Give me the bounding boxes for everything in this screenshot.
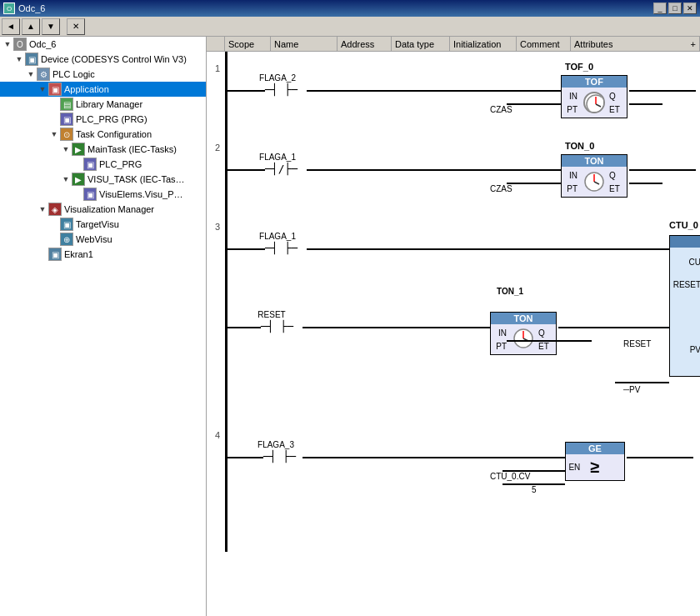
- tree-item-libmgr[interactable]: ▤Library Manager: [0, 97, 206, 112]
- wire-3d: [302, 327, 490, 328]
- ge-out-pin: [608, 454, 624, 480]
- wire-czas-2: [507, 183, 561, 184]
- tree-expander-taskconf[interactable]: ▼: [48, 130, 60, 138]
- left-panel: ▼OOdc_6▼▣Device (CODESYS Control Win V3)…: [0, 37, 207, 616]
- ge-sym: ≥: [582, 454, 607, 480]
- wire-2a: [228, 169, 265, 171]
- tree-icon-plcprg2: ▣: [83, 158, 97, 171]
- tree-label-targetvisu: TargetVisu: [76, 219, 119, 229]
- wire-2c: [629, 169, 696, 171]
- ton0-in-pin: IN: [564, 168, 579, 182]
- window-title: Odc_6: [18, 3, 45, 13]
- rung-4: 4 FLAGA_3 ─┤ ├─ CTU_0.CV 5: [207, 427, 700, 527]
- wire-4a: [228, 457, 263, 458]
- contact-4-no: ─┤ ├─: [263, 450, 296, 463]
- ladder-area[interactable]: 1 TOF_0 FLAGA_2 ─┤ ├─ CZAS: [207, 52, 700, 616]
- reset-label-r3: RESET: [255, 310, 288, 319]
- wire-3e: [558, 327, 673, 328]
- col-attributes: Attributes +: [571, 37, 700, 51]
- tree-item-webvisu[interactable]: ⊕WebVisu: [0, 232, 206, 247]
- tree-label-plcprg2: PLC_PRG: [99, 159, 142, 169]
- tof-clock-icon: [583, 92, 605, 113]
- tree-icon-device: ▣: [25, 53, 38, 66]
- flaga2-label: FLAGA_2: [257, 73, 298, 83]
- tree-item-maintask[interactable]: ▼▶MainTask (IEC-Tasks): [0, 142, 206, 157]
- minimize-button[interactable]: _: [653, 3, 667, 14]
- window-controls[interactable]: _ □ ✕: [653, 3, 697, 14]
- tree-item-odc6[interactable]: ▼OOdc_6: [0, 37, 206, 52]
- tof-pt-pin: PT: [564, 103, 579, 116]
- col-resize-icon[interactable]: +: [691, 39, 696, 49]
- wire-2b: [307, 169, 561, 171]
- tof-q-pin: Q: [609, 89, 624, 103]
- tree-label-device: Device (CODESYS Control Win V3): [41, 54, 187, 64]
- tree-label-odc6: Odc_6: [29, 39, 56, 49]
- close-item-button[interactable]: ✕: [67, 18, 85, 35]
- col-name: Name: [271, 37, 338, 51]
- down-button[interactable]: ▼: [42, 18, 60, 35]
- tree-label-maintask: MainTask (IEC-Tasks): [88, 144, 177, 154]
- ge-title: GE: [566, 443, 624, 454]
- tree-icon-ekran1: ▣: [48, 248, 62, 261]
- tree-icon-visuelems: ▣: [83, 188, 97, 201]
- tree-expander-odc6[interactable]: ▼: [2, 40, 13, 48]
- ton0-pt-pin: PT: [564, 182, 579, 195]
- ctu-title: CTU: [670, 236, 700, 248]
- tree-icon-maintask: ▶: [72, 143, 85, 156]
- czas-label-1: CZAS: [490, 105, 512, 114]
- wire-3b: [307, 248, 673, 250]
- tree-expander-visutask[interactable]: ▼: [60, 175, 72, 183]
- ton-block-r2: TON IN PT: [561, 154, 628, 198]
- tree-label-taskconf: Task Configuration: [76, 129, 152, 139]
- right-panel: Scope Name Address Data type Initializat…: [207, 37, 700, 616]
- maximize-button[interactable]: □: [668, 3, 682, 14]
- ton1-title: TON: [491, 313, 556, 324]
- tree-expander-maintask[interactable]: ▼: [60, 145, 72, 153]
- ge-en-pin: EN: [566, 454, 582, 480]
- tree-expander-plclogic[interactable]: ▼: [25, 70, 37, 78]
- ton1-in-pin: IN: [493, 326, 508, 339]
- reset-ctu-label: RESET: [623, 339, 651, 348]
- wire-3c: [228, 327, 261, 328]
- tree-label-ekran1: Ekran1: [64, 249, 93, 259]
- tree-item-plclogic[interactable]: ▼⚙PLC Logic: [0, 67, 206, 82]
- tree-expander-application[interactable]: ▼: [37, 85, 48, 93]
- tree-expander-device[interactable]: ▼: [13, 55, 25, 63]
- contact-2-nc: ─┤/├─: [265, 163, 298, 175]
- const-5-label: 5: [532, 485, 537, 494]
- tree-expander-vismgr[interactable]: ▼: [37, 205, 48, 213]
- contact-reset-no: ─┤ ├─: [261, 320, 293, 333]
- wire-ctu-cv-to-ge: [502, 470, 565, 472]
- tree-icon-libmgr: ▤: [60, 98, 73, 111]
- tree-item-plcprg2[interactable]: ▣PLC_PRG: [0, 157, 206, 172]
- tree-item-visuelems[interactable]: ▣VisuElems.Visu_P…: [0, 187, 206, 202]
- tree-label-plcprg: PLC_PRG (PRG): [76, 114, 148, 124]
- tree-item-targetvisu[interactable]: ▣TargetVisu: [0, 217, 206, 232]
- tree-item-vismgr[interactable]: ▼◈Visualization Manager: [0, 202, 206, 217]
- rung-2: 2 TON_0 FLAGA_1 ─┤/├─ CZAS: [207, 139, 700, 214]
- wire-2d: [629, 183, 662, 184]
- tree-item-taskconf[interactable]: ▼⊙Task Configuration: [0, 127, 206, 142]
- tof-block: TOF IN PT: [561, 75, 628, 118]
- tree-label-visutask: VISU_TASK (IEC-Tas…: [88, 174, 185, 184]
- tree-item-application[interactable]: ▼▣Application: [0, 82, 206, 97]
- wire-ge-out: [627, 457, 693, 458]
- tree-label-visuelems: VisuElems.Visu_P…: [99, 189, 182, 199]
- tree-item-visutask[interactable]: ▼▶VISU_TASK (IEC-Tas…: [0, 172, 206, 187]
- tree-label-webvisu: WebVisu: [76, 234, 112, 244]
- tree-item-plcprg[interactable]: ▣PLC_PRG (PRG): [0, 112, 206, 127]
- wire-3f: [558, 340, 592, 342]
- wire-1c: [629, 90, 696, 92]
- toolbar: ◄ ▲ ▼ ✕: [0, 17, 700, 37]
- ton0-q-pin: Q: [609, 168, 624, 182]
- back-button[interactable]: ◄: [2, 18, 20, 35]
- tree-icon-vismgr: ◈: [48, 203, 62, 216]
- wire-czas2: [507, 340, 561, 342]
- tree-item-ekran1[interactable]: ▣Ekran1: [0, 247, 206, 262]
- up-button[interactable]: ▲: [22, 18, 40, 35]
- tree-item-device[interactable]: ▼▣Device (CODESYS Control Win V3): [0, 52, 206, 67]
- close-button[interactable]: ✕: [683, 3, 697, 14]
- ton0-et-pin: ET: [609, 182, 624, 195]
- wire-1d: [629, 103, 662, 105]
- ton0-title: TON: [562, 155, 627, 167]
